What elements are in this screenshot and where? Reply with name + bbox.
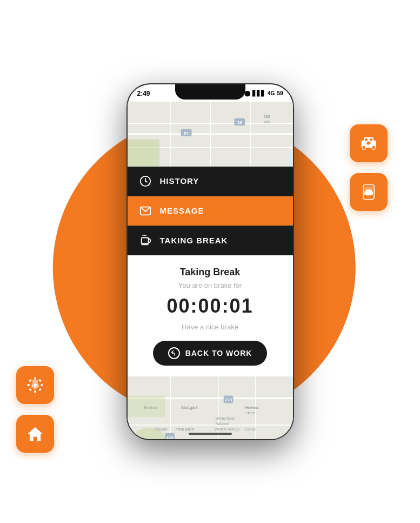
map-top-svg: 67 19 Mo Will [128, 102, 293, 167]
svg-text:Wildlife Refuge: Wildlife Refuge [214, 427, 239, 431]
svg-rect-73 [128, 395, 165, 416]
phone-body: 2:49 👻 ••• ⬤ ▋▋▋ 4G 59 [126, 83, 294, 440]
svg-rect-18 [27, 384, 30, 386]
svg-rect-42 [141, 237, 148, 243]
svg-point-2 [362, 146, 366, 150]
svg-text:Helena-: Helena- [245, 405, 260, 410]
gear-icon [25, 375, 45, 395]
svg-text:Heler: Heler [246, 411, 255, 415]
back-to-work-label: BACK TO WORK [185, 349, 252, 358]
map-bottom-svg: Benton Stuttgart Malvern Pine Bluff Hele… [128, 376, 293, 439]
float-home-button[interactable] [16, 415, 54, 453]
svg-text:Stuttgart: Stuttgart [181, 405, 197, 410]
float-taxi-top-button[interactable] [350, 124, 388, 162]
svg-rect-21 [38, 379, 42, 382]
break-title: Taking Break [180, 267, 241, 278]
status-time: 2:49 [137, 90, 150, 97]
break-timer: 00:00:01 [166, 295, 253, 317]
taking-break-label: TAKING BREAK [160, 236, 228, 245]
svg-point-12 [371, 195, 372, 196]
svg-rect-22 [29, 388, 32, 392]
svg-rect-20 [29, 379, 32, 382]
back-to-work-button[interactable]: BACK TO WORK [153, 341, 268, 366]
taking-break-button[interactable]: TAKING BREAK [128, 226, 293, 255]
history-icon [138, 174, 152, 188]
svg-text:278: 278 [224, 398, 232, 402]
svg-rect-5 [370, 138, 372, 141]
svg-point-24 [34, 383, 37, 387]
message-icon [138, 204, 152, 218]
svg-rect-10 [365, 190, 371, 193]
battery-label: 59 [277, 90, 283, 96]
back-icon [168, 347, 180, 359]
phone-notch [175, 84, 245, 100]
break-panel: Taking Break You are on brake for 00:00:… [128, 255, 293, 376]
message-button[interactable]: MESSAGE [128, 196, 293, 226]
taxi-mid-icon [359, 182, 378, 202]
svg-point-3 [372, 146, 376, 150]
home-icon [25, 424, 45, 443]
network-label: 4G [268, 90, 275, 96]
svg-text:425: 425 [166, 435, 174, 439]
camera-dot: ⬤ [244, 90, 250, 96]
break-nice-text: Have a nice brake [182, 323, 238, 331]
history-button[interactable]: HISTORY [128, 167, 293, 196]
svg-text:Clarke: Clarke [245, 427, 256, 431]
svg-rect-17 [34, 390, 36, 393]
svg-text:67: 67 [184, 130, 189, 135]
signal-bars: ▋▋▋ [252, 90, 265, 96]
svg-rect-16 [34, 377, 36, 380]
break-subtitle: You are on brake for [178, 281, 242, 289]
taxi-top-icon [359, 134, 378, 153]
history-label: HISTORY [160, 176, 199, 186]
svg-text:National: National [215, 421, 229, 425]
home-indicator [189, 433, 232, 435]
svg-rect-19 [41, 384, 43, 386]
svg-rect-6 [367, 142, 371, 145]
svg-marker-25 [28, 427, 43, 441]
map-top: 67 19 Mo Will [128, 102, 293, 167]
phone-mockup: 2:49 👻 ••• ⬤ ▋▋▋ 4G 59 [126, 83, 294, 440]
svg-rect-23 [38, 388, 42, 392]
svg-text:Mo: Mo [263, 114, 270, 119]
phone-screen: 67 19 Mo Will [128, 102, 293, 439]
break-icon [138, 234, 152, 248]
svg-rect-4 [365, 138, 368, 141]
svg-rect-37 [128, 139, 159, 165]
map-bottom: Benton Stuttgart Malvern Pine Bluff Hele… [128, 376, 293, 439]
svg-text:Pine Bluff: Pine Bluff [175, 426, 194, 431]
svg-text:Will: Will [263, 120, 270, 124]
svg-text:19: 19 [237, 120, 242, 125]
svg-text:White River: White River [215, 416, 235, 420]
svg-point-11 [365, 195, 366, 196]
message-label: MESSAGE [160, 206, 204, 215]
float-gear-button[interactable] [16, 366, 54, 404]
float-taxi-mid-button[interactable] [350, 173, 388, 211]
menu-buttons: HISTORY MESSAGE [128, 167, 293, 255]
